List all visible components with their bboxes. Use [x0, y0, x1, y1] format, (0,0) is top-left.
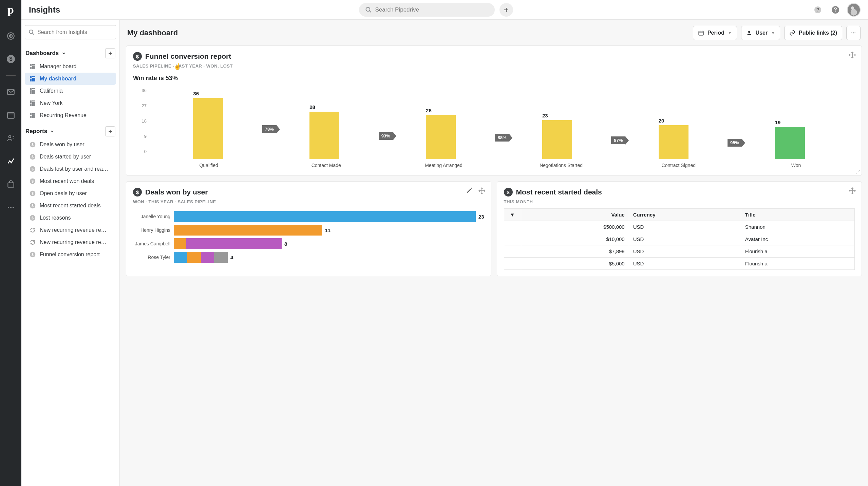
dashboards-toggle[interactable]: Dashboards — [25, 50, 66, 57]
more-icon[interactable] — [4, 201, 18, 214]
sidebar-item-label: Funnel conversion report — [40, 251, 100, 258]
public-links-button[interactable]: Public links (2) — [784, 26, 842, 40]
drag-handle[interactable] — [478, 187, 486, 194]
plus-icon — [503, 7, 509, 13]
edit-button[interactable] — [466, 187, 473, 194]
add-button[interactable] — [499, 3, 513, 17]
table-row[interactable]: $7,899USDFlourish a — [504, 245, 855, 258]
col-currency[interactable]: Currency — [629, 209, 741, 221]
global-search[interactable] — [359, 3, 495, 17]
funnel-value: 23 — [542, 113, 548, 118]
sidebar-item-dashboard[interactable]: New York — [25, 97, 116, 109]
sidebar-item-dashboard[interactable]: Manager board — [25, 60, 116, 73]
sidebar-item-report[interactable]: $Most recent started deals — [25, 200, 116, 212]
search-icon — [365, 6, 372, 13]
cell-value: $10,000 — [521, 233, 629, 245]
sidebar-item-dashboard[interactable]: California — [25, 85, 116, 97]
funnel-category-label: Contract Signed — [620, 163, 737, 169]
contacts-icon[interactable] — [4, 131, 18, 145]
add-report-button[interactable] — [105, 126, 115, 136]
hbar-row[interactable]: Henry Higgins11 — [133, 225, 484, 236]
funnel-stage[interactable]: 88%26 — [383, 115, 499, 159]
hbar-segment — [201, 252, 214, 263]
col-value[interactable]: Value — [521, 209, 629, 221]
drag-handle[interactable] — [849, 51, 856, 59]
period-selector[interactable]: Period ▼ — [693, 26, 737, 40]
funnel-bar: 23 — [542, 120, 572, 159]
funnel-category-label: Qualified — [150, 163, 267, 169]
calendar-icon[interactable] — [4, 108, 18, 122]
sidebar-item-report[interactable]: $Deals won by user — [25, 138, 116, 151]
global-search-input[interactable] — [375, 6, 489, 13]
sidebar-search-input[interactable] — [37, 29, 112, 35]
funnel-bar: 26 — [426, 115, 456, 159]
sidebar-item-report[interactable]: New recurring revenue re… — [25, 224, 116, 236]
reports-toggle[interactable]: Reports — [25, 128, 55, 135]
mail-icon[interactable] — [4, 85, 18, 99]
dashboards-section-header: Dashboards — [25, 46, 116, 60]
table-row[interactable]: $500,000USDShannon — [504, 221, 855, 233]
pipedrive-logo[interactable]: p — [7, 3, 14, 16]
cell-title: Flourish a — [741, 258, 854, 270]
hbar-row[interactable]: James Campbell8 — [133, 238, 484, 249]
resize-handle[interactable]: ⋰ — [856, 169, 860, 174]
dollar-icon: $ — [30, 166, 36, 172]
funnel-stage[interactable]: 87%23 — [499, 120, 615, 159]
funnel-bar: 28 — [309, 112, 339, 159]
sidebar-item-label: Deals started by user — [40, 154, 91, 160]
hbar-row[interactable]: Janelle Young23 — [133, 211, 484, 222]
funnel-category-label: Won — [737, 163, 855, 169]
svg-point-11 — [13, 207, 14, 208]
svg-rect-35 — [32, 114, 35, 118]
col-title[interactable]: Title — [741, 209, 854, 221]
win-rate-text: Win rate is 53% — [133, 75, 855, 82]
table-row[interactable]: $5,000USDFlourish a — [504, 258, 855, 270]
sidebar-item-dashboard[interactable]: Recurring Revenue — [25, 109, 116, 122]
sidebar-item-report[interactable]: $Open deals by user — [25, 187, 116, 200]
svg-rect-29 — [30, 100, 32, 103]
products-icon[interactable] — [4, 177, 18, 191]
funnel-value: 19 — [775, 119, 781, 125]
drag-handle[interactable] — [849, 187, 856, 194]
hbar-segment — [174, 252, 187, 263]
period-label: Period — [707, 30, 724, 36]
y-axis: 36271890 — [136, 88, 147, 149]
funnel-stage[interactable]: 93%28 — [266, 112, 383, 159]
tips-icon[interactable] — [812, 4, 824, 16]
svg-rect-30 — [32, 100, 35, 101]
hbar-fill — [186, 238, 282, 249]
svg-text:$: $ — [32, 143, 34, 147]
add-dashboard-button[interactable] — [105, 48, 115, 58]
help-icon[interactable]: ? — [829, 4, 842, 16]
sidebar-item-report[interactable]: $Most recent won deals — [25, 175, 116, 187]
dollar-icon[interactable]: $ — [4, 52, 18, 66]
more-actions-button[interactable] — [846, 26, 861, 40]
sidebar-item-report[interactable]: $Funnel conversion report — [25, 248, 116, 261]
funnel-stage[interactable]: 95%20 — [615, 125, 732, 159]
funnel-stage[interactable]: 78%36 — [150, 98, 266, 159]
funnel-stage[interactable]: 19 — [732, 127, 848, 159]
sidebar-item-report[interactable]: New recurring revenue re… — [25, 236, 116, 248]
cell-value: $500,000 — [521, 221, 629, 233]
cycle-icon — [30, 239, 36, 245]
dollar-icon: $ — [504, 188, 513, 197]
target-icon[interactable] — [4, 29, 18, 43]
sidebar-search[interactable] — [25, 25, 116, 39]
hbar-row[interactable]: Rose Tyler4 — [133, 252, 484, 263]
user-avatar[interactable] — [847, 3, 861, 17]
svg-point-54 — [748, 31, 750, 33]
user-selector[interactable]: User ▼ — [741, 26, 780, 40]
insights-icon[interactable] — [4, 154, 18, 168]
sidebar-item-report[interactable]: $Lost reasons — [25, 212, 116, 224]
table-row[interactable]: $10,000USDAvatar Inc — [504, 233, 855, 245]
sidebar-item-dashboard[interactable]: My dashboard — [25, 73, 116, 85]
hbar-segment — [174, 238, 186, 249]
sort-column[interactable]: ▼ — [504, 209, 521, 221]
chevron-down-icon: ▼ — [728, 31, 732, 35]
svg-rect-23 — [32, 78, 35, 81]
sidebar-item-report[interactable]: $Deals started by user — [25, 151, 116, 163]
cell-currency: USD — [629, 258, 741, 270]
svg-rect-17 — [30, 64, 32, 66]
funnel-bar: 20 — [659, 125, 688, 159]
sidebar-item-report[interactable]: $Deals lost by user and rea… — [25, 163, 116, 175]
